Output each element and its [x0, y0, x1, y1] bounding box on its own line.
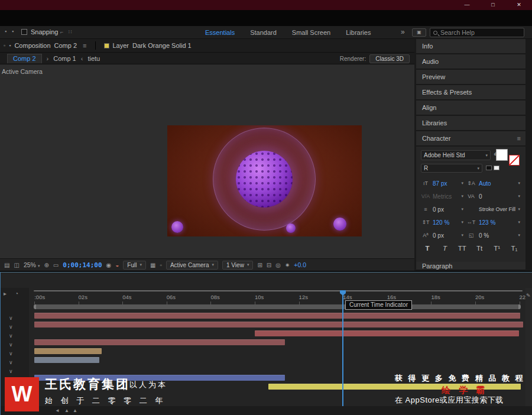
- font-family-dropdown[interactable]: Adobe Heiti Std: [421, 150, 491, 160]
- ruler-tick-mark: [475, 301, 476, 304]
- panel-header-libraries[interactable]: Libraries: [416, 116, 525, 131]
- snapping-grid-icon[interactable]: ∷: [69, 29, 72, 35]
- renderer-dropdown[interactable]: Classic 3D: [369, 54, 410, 63]
- layer-collapse-icon[interactable]: ∨: [9, 323, 13, 332]
- panel-header-audio[interactable]: Audio: [416, 54, 525, 69]
- timeline-layer-bar[interactable]: [255, 330, 519, 336]
- always-preview-icon[interactable]: ▤: [4, 262, 9, 268]
- snapshot-icon[interactable]: ◉: [106, 262, 112, 268]
- panel-menu-icon[interactable]: ≡: [517, 135, 521, 142]
- maximize-button[interactable]: □: [480, 0, 506, 10]
- timeline-clock-icon[interactable]: ◔: [15, 290, 18, 297]
- pencil-icon[interactable]: ✎: [526, 293, 531, 299]
- tracking-dropdown[interactable]: 0: [478, 192, 521, 201]
- comp-tab-comp1[interactable]: Comp 1: [53, 55, 76, 62]
- search-input[interactable]: [440, 29, 521, 36]
- stroke-white-swatch[interactable]: [494, 166, 499, 170]
- no-fill-swatch[interactable]: [509, 155, 520, 166]
- faux-bold-button[interactable]: T: [420, 245, 435, 252]
- fill-color-swatch[interactable]: [496, 149, 508, 161]
- layer-tab-name[interactable]: Dark Orange Solid 1: [132, 42, 192, 49]
- resolution-dropdown[interactable]: Full: [123, 261, 146, 270]
- pixel-aspect-icon[interactable]: ⊟: [267, 262, 271, 268]
- panel-header-paragraph[interactable]: Paragraph: [416, 262, 525, 270]
- zoom-icon[interactable]: ⊕: [44, 262, 48, 268]
- panel-header-info[interactable]: Info: [416, 39, 525, 54]
- layer-collapse-icon[interactable]: ∨: [9, 341, 13, 350]
- channels-icon[interactable]: ◒: [115, 262, 119, 268]
- layer-tab-title[interactable]: Layer: [113, 42, 129, 49]
- search-help-box[interactable]: [430, 28, 524, 37]
- panel-menu-icon[interactable]: ≡: [83, 42, 86, 49]
- view-options-icon[interactable]: ⊞: [257, 262, 262, 268]
- workspace-tab-libraries[interactable]: Libraries: [346, 29, 371, 36]
- panel-header-preview[interactable]: Preview: [416, 70, 525, 85]
- tsume-dropdown[interactable]: 0 %: [478, 231, 521, 240]
- superscript-button[interactable]: T¹: [489, 245, 505, 252]
- close-button[interactable]: ✕: [506, 0, 532, 10]
- comp-tab-comp2[interactable]: Comp 2: [7, 54, 42, 63]
- vertical-scale-dropdown[interactable]: 120 %: [432, 218, 465, 227]
- composition-tab-title[interactable]: Composition: [14, 42, 50, 49]
- magnification-dropdown[interactable]: 25%: [24, 261, 40, 268]
- fast-previews-icon[interactable]: ◎: [275, 262, 281, 268]
- font-style-dropdown[interactable]: R: [421, 164, 482, 173]
- chevron-left-icon[interactable]: ‹: [81, 55, 83, 62]
- minimize-button[interactable]: —: [454, 0, 480, 10]
- all-caps-button[interactable]: TT: [455, 245, 470, 252]
- transparency-grid-icon[interactable]: ▫: [160, 262, 162, 268]
- current-time-display[interactable]: 0;00;14;00: [63, 261, 102, 269]
- snapping-checkbox[interactable]: [21, 29, 27, 35]
- layer-collapse-icon[interactable]: ∨: [9, 359, 13, 368]
- timeline-layer-bar[interactable]: [34, 313, 520, 319]
- leading-dropdown[interactable]: Auto: [478, 179, 521, 188]
- nav-up-icon[interactable]: ▲: [73, 408, 77, 413]
- faux-italic-button[interactable]: T: [437, 245, 452, 252]
- composition-viewport[interactable]: Active Camera: [0, 64, 414, 258]
- timeline-pan-scrollbar[interactable]: [34, 290, 523, 291]
- lock-icon[interactable]: ▪: [9, 43, 11, 48]
- screen-mode-icon[interactable]: ◫: [14, 262, 19, 268]
- work-area-bar[interactable]: [34, 304, 520, 309]
- subscript-button[interactable]: T₁: [507, 245, 522, 252]
- chevron-right-icon[interactable]: ›: [47, 55, 49, 62]
- timeline-panel-icon[interactable]: ▸: [4, 290, 7, 297]
- horizontal-scale-dropdown[interactable]: 123 %: [478, 218, 521, 227]
- workspace-tab-small-screen[interactable]: Small Screen: [292, 29, 330, 36]
- nav-back-icon[interactable]: ◄: [55, 408, 60, 413]
- layer-collapse-icon[interactable]: ∨: [9, 332, 13, 341]
- grid-guides-icon[interactable]: ▦: [150, 262, 155, 268]
- baseline-shift-dropdown[interactable]: 0 px: [432, 231, 465, 240]
- timeline-layer-bar[interactable]: [34, 322, 523, 328]
- region-of-interest-icon[interactable]: ▭: [53, 262, 59, 268]
- small-caps-button[interactable]: Tt: [472, 245, 487, 252]
- timeline-layer-bar[interactable]: [34, 348, 101, 354]
- brand-subtitle: 始 创 于 二 零 零 二 年: [45, 395, 166, 406]
- layer-collapse-icon[interactable]: ∨: [9, 315, 13, 323]
- font-size-dropdown[interactable]: 87 px: [432, 179, 465, 188]
- snapping-options-icon[interactable]: ⌐: [60, 29, 63, 35]
- active-camera-dropdown[interactable]: Active Camera: [166, 261, 218, 270]
- timeline-layer-bar[interactable]: [34, 357, 99, 363]
- current-time-indicator[interactable]: [342, 290, 343, 406]
- exposure-icon[interactable]: ✷: [285, 262, 290, 268]
- composition-tab-name[interactable]: Comp 2: [54, 42, 77, 49]
- workspace-overflow-icon[interactable]: »: [401, 28, 405, 36]
- view-layout-dropdown[interactable]: 1 View: [222, 261, 253, 270]
- nav-up-icon[interactable]: ▲: [64, 408, 69, 413]
- panel-header-character[interactable]: Character ≡: [416, 131, 525, 146]
- stroke-style-dropdown[interactable]: Stroke Over Fill: [478, 205, 521, 214]
- workspace-tab-essentials[interactable]: Essentials: [205, 29, 235, 36]
- panel-header-align[interactable]: Align: [416, 100, 525, 115]
- panel-header-effects-presets[interactable]: Effects & Presets: [416, 85, 525, 100]
- workspace-settings-button[interactable]: ▣: [412, 28, 426, 37]
- stroke-width-dropdown[interactable]: 0 px: [432, 205, 465, 214]
- stroke-black-swatch[interactable]: [486, 166, 492, 170]
- layer-collapse-icon[interactable]: ∨: [9, 350, 13, 359]
- layer-collapse-icon[interactable]: ∨: [9, 368, 13, 377]
- timeline-layer-bar[interactable]: [34, 339, 284, 345]
- kerning-dropdown[interactable]: Metrics: [432, 192, 465, 201]
- comp-tab-tietu[interactable]: tietu: [87, 55, 100, 62]
- workspace-tab-standard[interactable]: Standard: [250, 29, 277, 36]
- exposure-value[interactable]: +0.0: [294, 261, 306, 268]
